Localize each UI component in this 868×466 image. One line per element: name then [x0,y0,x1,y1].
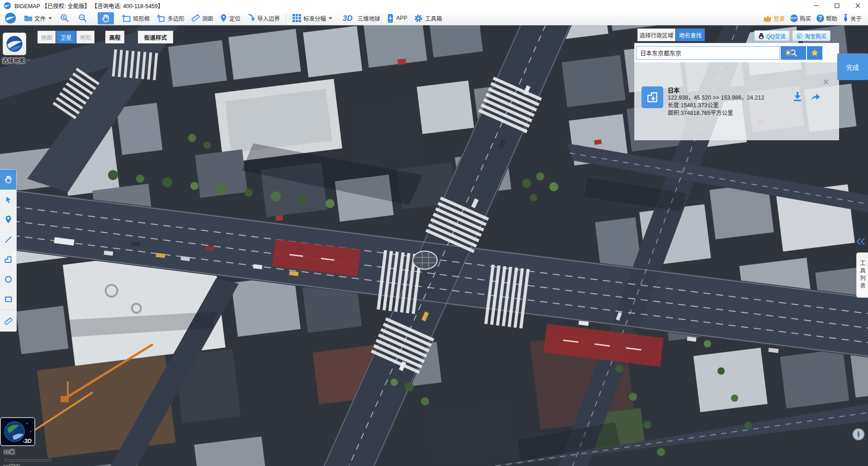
measure-tool[interactable] [0,311,16,331]
pan-tool[interactable] [0,170,16,190]
tool-list-tab[interactable]: 工具列表 [856,252,868,298]
satellite-map-canvas[interactable]: 选择地图 地图 卫星 地形 高程 街道样式 [0,25,868,466]
tab-satellite[interactable]: 卫星 [56,31,76,43]
map-source-button[interactable] [3,33,26,55]
scale-feet-label: 50英尺 [4,463,71,466]
zoom-out-button[interactable] [75,12,90,24]
about-button[interactable]: 关于 [840,12,864,24]
file-menu-button[interactable]: 文件 [21,13,55,24]
minimize-button[interactable] [806,0,826,11]
magnifier-minus-icon [78,14,87,23]
select-tool[interactable] [0,190,16,209]
rectangle-tool[interactable] [0,289,16,309]
google-earth-icon [5,35,24,53]
import-arrow-icon [247,14,255,23]
import-boundary-button[interactable]: 导入边界 [244,12,283,24]
qq-penguin-icon [758,33,764,39]
login-button[interactable]: 登录 [760,13,788,24]
line-tool[interactable] [0,229,16,249]
folder-icon [24,14,33,22]
main-toolbar: 文件 矩形框 多边形 [0,11,868,25]
favorite-button[interactable] [807,46,822,60]
question-badge-icon: ? [816,14,824,22]
toolbox-button[interactable]: 工具箱 [410,12,445,24]
result-area: 面积:374818.765平方公里 [668,109,764,117]
clear-search-icon[interactable] [784,49,792,57]
gear-icon [414,14,423,23]
buy-badge-icon: BUY! [790,14,798,22]
chevron-down-icon [329,17,332,19]
close-button[interactable] [847,0,868,11]
pin-icon [220,14,227,23]
done-button[interactable]: 完成 [837,53,868,80]
circle-tool[interactable] [0,269,16,289]
globe-3d-button[interactable]: 3D 三维地球 [339,12,383,24]
download-icon[interactable] [792,90,803,102]
svg-text:3D: 3D [343,14,353,23]
collapse-panel-chevron-icon[interactable] [856,238,866,246]
app-button[interactable]: APP [383,12,410,24]
rect-plus-icon [122,14,131,23]
compass-icon[interactable] [852,428,865,441]
polygon-tool[interactable] [0,249,16,269]
magnifier-plus-icon [60,14,69,23]
polygon-select-button[interactable]: 多边形 [153,13,188,24]
standard-sheet-button[interactable]: 标准分幅 [289,12,335,24]
polygon-plus-icon [156,14,166,23]
street-style-button[interactable]: 街道样式 [138,31,173,43]
rectangle-select-button[interactable]: 矩形框 [118,13,153,24]
search-bar [634,43,839,62]
measure-distance-button[interactable]: 测距 [188,12,217,24]
taobao-buy-button[interactable]: 淘宝购买 [792,30,830,41]
toolbar-separator [286,14,286,23]
bigemap-logo-icon [4,12,17,24]
grid-icon [292,14,302,23]
scale-meters-label: 10米 [4,448,71,455]
select-map-label[interactable]: 选择地图 [2,56,30,65]
mini-globe-3d-button[interactable]: 3D [0,417,35,446]
result-length: 长度:15481.373公里 [668,102,764,109]
tab-map[interactable]: 地图 [38,31,56,43]
help-button[interactable]: ? 帮助 [814,13,840,24]
close-results-icon[interactable] [823,79,829,85]
window-title: BIGEMAP 【已授权: 全能版】 【咨询电话: 400-118-5459】 [14,1,164,10]
buy-button[interactable]: BUY! 购买 [788,13,814,24]
marker-icon [5,215,12,224]
result-name: 日本 [668,86,764,94]
zoom-in-button[interactable] [57,12,72,24]
tab-place-search[interactable]: 地名查找 [676,29,705,41]
hand-icon [101,14,111,23]
qq-chat-button[interactable]: QQ交谈 [754,30,790,41]
rectangle-icon [4,295,13,304]
bigemap-logo-icon [4,2,11,10]
chevron-down-icon [27,59,30,62]
star-icon [811,49,819,57]
locate-button[interactable]: 定位 [217,12,244,24]
chevron-down-icon [48,17,52,19]
scale-meters-bar [4,457,71,461]
tab-elevation[interactable]: 高程 [105,31,124,43]
maximize-button[interactable] [826,0,847,11]
drawing-toolbar [0,169,17,332]
toolbar-divider [2,310,14,310]
step-polygon-icon [4,255,13,264]
share-icon[interactable] [810,90,821,102]
search-input[interactable] [636,46,780,60]
tab-terrain[interactable]: 地形 [76,31,94,43]
crown-icon [763,14,772,22]
tab-admin-region[interactable]: 选择行政区域 [637,29,675,41]
taobao-icon [796,33,803,39]
search-result-row[interactable]: 日本 122.938，45.520 >> 153.986，24.212 长度:1… [642,86,764,117]
hand-icon [4,175,13,184]
mini-globe-label: 3D [24,437,32,444]
scale-indicator: 10米 50英尺 [4,448,71,466]
tie-icon [843,14,849,23]
phone-icon [387,14,394,23]
result-range: 122.938，45.520 >> 153.986，24.212 [668,94,764,102]
marker-tool[interactable] [0,209,16,229]
pan-tool-button[interactable] [98,12,114,24]
circle-icon [4,275,13,284]
region-download-icon [642,86,663,108]
ruler-icon [191,14,200,23]
search-results-panel: 日本 122.938，45.520 >> 153.986，24.212 长度:1… [634,62,839,140]
